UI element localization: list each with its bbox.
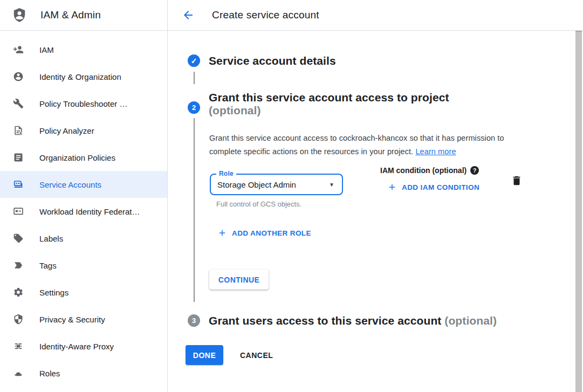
sidebar-item-policy-troubleshooter[interactable]: Policy Troubleshooter … [0,90,167,117]
step-complete-check-icon: ✓ [188,54,200,67]
top-header: IAM & Admin Create service account [0,0,583,31]
sidebar-nav: IAM Identity & Organization Policy Troub… [0,31,168,392]
identity-aware-proxy-icon [13,341,24,352]
sidebar-item-label: Identity-Aware Proxy [39,342,114,351]
sidebar-item-label: Labels [39,234,63,243]
policy-analyzer-icon [13,125,24,136]
page-title: Create service account [212,9,319,21]
article-icon [13,152,24,163]
sidebar-item-labels[interactable]: Labels [0,225,167,252]
step-2-title: Grant this service account access to pro… [209,91,449,104]
sidebar-item-privacy-security[interactable]: Privacy & Security [0,306,167,333]
role-field-label: Role [216,170,236,177]
account-circle-icon [13,71,24,82]
sidebar-item-label: Roles [39,369,60,378]
tag-icon [13,233,24,244]
step-2-number-badge: 2 [188,101,200,114]
step-3-optional-label: (optional) [444,314,497,327]
sidebar-item-identity-organization[interactable]: Identity & Organization [0,63,167,90]
step-3-row: 3 Grant users access to this service acc… [188,314,497,327]
plus-icon [217,228,227,238]
delete-role-button[interactable] [510,175,523,188]
iam-condition-label: IAM condition (optional) ? [380,166,479,175]
sidebar-item-service-accounts[interactable]: Service Accounts [0,171,167,198]
sidebar-item-label: Identity & Organization [39,72,121,81]
sidebar-item-policy-analyzer[interactable]: Policy Analyzer [0,117,167,144]
sidebar-item-label: Privacy & Security [39,315,105,324]
app-title: IAM & Admin [40,9,101,21]
step-2-optional-label: (optional) [209,104,449,117]
role-select[interactable]: Role Storage Object Admin ▼ [210,174,343,195]
step-2-description: Grant this service account access to coc… [209,132,533,159]
stepper-connector [194,118,195,302]
learn-more-link[interactable]: Learn more [415,147,456,156]
label-important-icon [13,260,24,271]
step-1-title: Service account details [209,54,336,67]
role-helper-text: Full control of GCS objects. [216,200,301,208]
iam-admin-shield-icon [11,6,28,24]
person-add-icon [13,44,24,55]
step-3-number-badge: 3 [188,314,200,327]
sidebar-item-label: Organization Policies [39,153,115,162]
hat-icon [13,368,24,379]
create-service-account-panel: ✓ Service account details 2 Grant this s… [168,31,583,392]
sidebar-item-workload-identity-federation[interactable]: Workload Identity Federat… [0,198,167,225]
arrow-back-icon [182,9,195,22]
plus-icon [387,182,397,192]
add-iam-condition-button[interactable]: ADD IAM CONDITION [387,182,479,192]
page-header: Create service account [168,0,583,30]
sidebar-scrollbar-thumb[interactable] [575,31,582,392]
brand-area: IAM & Admin [0,0,168,30]
gear-icon [13,287,24,298]
sidebar-item-label: Policy Troubleshooter … [39,99,127,108]
done-button[interactable]: DONE [186,345,223,365]
sidebar-item-organization-policies[interactable]: Organization Policies [0,144,167,171]
sidebar-item-label: Tags [39,261,57,270]
sidebar-item-label: IAM [39,45,54,54]
add-another-role-button[interactable]: ADD ANOTHER ROLE [217,228,311,238]
sidebar-item-settings[interactable]: Settings [0,279,167,306]
step-3-title: Grant users access to this service accou… [209,314,497,327]
card-icon [13,206,24,217]
back-button[interactable] [182,9,195,22]
step-2-heading: Grant this service account access to pro… [209,91,449,117]
sidebar-item-identity-aware-proxy[interactable]: Identity-Aware Proxy [0,333,167,360]
help-icon[interactable]: ? [470,166,479,175]
role-selected-value: Storage Object Admin [217,180,296,189]
wrench-icon [13,98,24,109]
form-actions: DONE CANCEL [186,345,273,365]
sidebar-item-iam[interactable]: IAM [0,36,167,63]
sidebar-item-label: Policy Analyzer [39,126,94,135]
sidebar-item-label: Service Accounts [39,180,101,189]
sidebar-item-label: Workload Identity Federat… [39,207,140,216]
trash-icon [511,175,523,187]
chevron-down-icon: ▼ [329,182,334,188]
continue-button[interactable]: CONTINUE [209,270,269,290]
stepper-connector [194,72,195,84]
sidebar-item-roles[interactable]: Roles [0,360,167,387]
sidebar-item-label: Settings [39,288,68,297]
service-account-icon [13,179,24,190]
step-1-row: ✓ Service account details [188,54,336,67]
security-shield-icon [13,314,24,325]
sidebar-item-tags[interactable]: Tags [0,252,167,279]
cancel-button[interactable]: CANCEL [240,351,273,360]
